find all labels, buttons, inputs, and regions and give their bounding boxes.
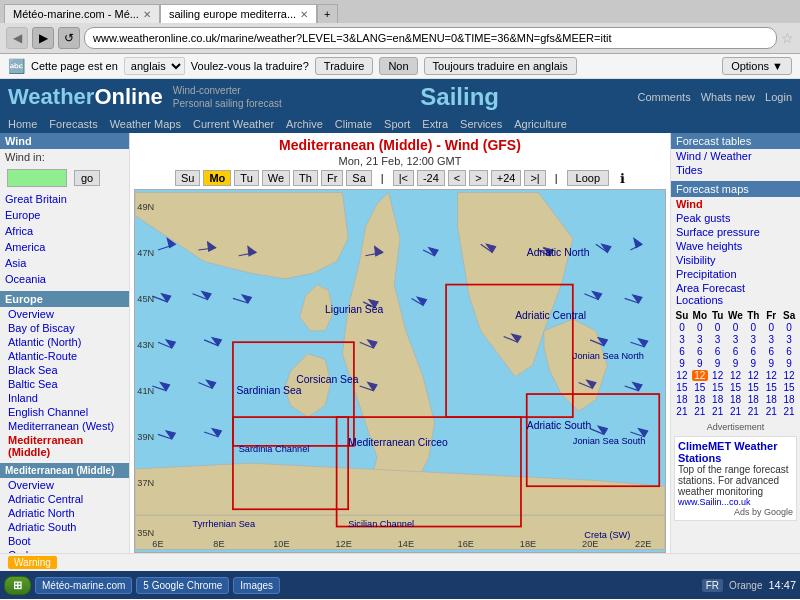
new-tab-button[interactable]: + bbox=[317, 4, 337, 23]
cal-cell[interactable]: 21 bbox=[763, 406, 779, 417]
region-great-britain[interactable]: Great Britain bbox=[0, 191, 129, 207]
cal-cell[interactable]: 18 bbox=[710, 394, 726, 405]
cal-cell[interactable]: 3 bbox=[745, 334, 761, 345]
region-america[interactable]: America bbox=[0, 239, 129, 255]
cal-cell[interactable]: 6 bbox=[692, 346, 708, 357]
adriatic-central[interactable]: Adriatic Central bbox=[0, 492, 129, 506]
area-forecast-link[interactable]: Area Forecast Locations bbox=[671, 281, 800, 307]
ad-title[interactable]: ClimeMET Weather Stations bbox=[678, 440, 793, 464]
precipitation-link[interactable]: Precipitation bbox=[671, 267, 800, 281]
nav-plus24[interactable]: +24 bbox=[491, 170, 522, 186]
cal-cell[interactable]: 6 bbox=[674, 346, 690, 357]
nav-climate[interactable]: Climate bbox=[335, 118, 372, 130]
cal-cell[interactable]: 12 bbox=[763, 370, 779, 381]
nav-home[interactable]: Home bbox=[8, 118, 37, 130]
cal-cell[interactable]: 3 bbox=[763, 334, 779, 345]
cal-cell[interactable]: 15 bbox=[674, 382, 690, 393]
cal-cell[interactable]: 12 bbox=[710, 370, 726, 381]
visibility-link[interactable]: Visibility bbox=[671, 253, 800, 267]
peak-gusts-link[interactable]: Peak gusts bbox=[671, 211, 800, 225]
med-overview[interactable]: Overview bbox=[0, 478, 129, 492]
cal-cell[interactable]: 18 bbox=[674, 394, 690, 405]
url-bar[interactable] bbox=[84, 27, 777, 49]
cal-cell[interactable]: 18 bbox=[781, 394, 797, 405]
taskbar-item-meteo[interactable]: Météo-marine.com bbox=[35, 577, 132, 594]
cal-cell[interactable]: 3 bbox=[692, 334, 708, 345]
nav-prev[interactable]: < bbox=[448, 170, 466, 186]
always-translate-button[interactable]: Toujours traduire en anglais bbox=[424, 57, 577, 75]
go-button[interactable]: go bbox=[74, 170, 100, 186]
cal-cell[interactable]: 21 bbox=[781, 406, 797, 417]
day-tu[interactable]: Tu bbox=[234, 170, 258, 186]
nav-first[interactable]: |< bbox=[393, 170, 414, 186]
cal-cell[interactable]: 12 bbox=[674, 370, 690, 381]
region-asia[interactable]: Asia bbox=[0, 255, 129, 271]
taskbar-item-chrome[interactable]: 5 Google Chrome bbox=[136, 577, 229, 594]
bookmark-star[interactable]: ☆ bbox=[781, 30, 794, 46]
bay-of-biscay[interactable]: Bay of Biscay bbox=[0, 321, 129, 335]
refresh-button[interactable]: ↺ bbox=[58, 27, 80, 49]
cal-cell[interactable]: 18 bbox=[763, 394, 779, 405]
cal-cell[interactable]: 0 bbox=[710, 322, 726, 333]
nav-archive[interactable]: Archive bbox=[286, 118, 323, 130]
cal-cell[interactable]: 0 bbox=[781, 322, 797, 333]
english-channel[interactable]: English Channel bbox=[0, 405, 129, 419]
options-button[interactable]: Options ▼ bbox=[722, 57, 792, 75]
day-mo[interactable]: Mo bbox=[203, 170, 231, 186]
cal-cell[interactable]: 18 bbox=[692, 394, 708, 405]
nav-services[interactable]: Services bbox=[460, 118, 502, 130]
nav-minus24[interactable]: -24 bbox=[417, 170, 445, 186]
boot[interactable]: Boot bbox=[0, 534, 129, 548]
tab-1[interactable]: Météo-marine.com - Mé... ✕ bbox=[4, 4, 160, 23]
translate-button[interactable]: Traduire bbox=[315, 57, 374, 75]
nav-weather-maps[interactable]: Weather Maps bbox=[110, 118, 181, 130]
europe-overview[interactable]: Overview bbox=[0, 307, 129, 321]
day-su[interactable]: Su bbox=[175, 170, 200, 186]
nav-forecasts[interactable]: Forecasts bbox=[49, 118, 97, 130]
cal-cell[interactable]: 9 bbox=[781, 358, 797, 369]
region-europe[interactable]: Europe bbox=[0, 207, 129, 223]
back-button[interactable]: ◀ bbox=[6, 27, 28, 49]
tab-2[interactable]: sailing europe mediterra... ✕ bbox=[160, 4, 317, 23]
day-th[interactable]: Th bbox=[293, 170, 318, 186]
nav-current-weather[interactable]: Current Weather bbox=[193, 118, 274, 130]
region-oceania[interactable]: Oceania bbox=[0, 271, 129, 287]
cal-cell[interactable]: 21 bbox=[710, 406, 726, 417]
cal-cell[interactable]: 0 bbox=[763, 322, 779, 333]
cal-cell[interactable]: 15 bbox=[763, 382, 779, 393]
nav-agriculture[interactable]: Agriculture bbox=[514, 118, 567, 130]
non-button[interactable]: Non bbox=[379, 57, 417, 75]
comments-link[interactable]: Comments bbox=[637, 91, 690, 103]
wind-map-link[interactable]: Wind bbox=[671, 197, 800, 211]
cal-cell[interactable]: 9 bbox=[745, 358, 761, 369]
med-middle[interactable]: Mediterranean (Middle) bbox=[0, 433, 129, 459]
wind-weather-link[interactable]: Wind / Weather bbox=[671, 149, 800, 163]
cal-cell[interactable]: 9 bbox=[728, 358, 744, 369]
adriatic-north[interactable]: Adriatic North bbox=[0, 506, 129, 520]
tab-2-close[interactable]: ✕ bbox=[300, 9, 308, 20]
loop-button[interactable]: Loop bbox=[567, 170, 609, 186]
forward-button[interactable]: ▶ bbox=[32, 27, 54, 49]
cal-cell-today[interactable]: 12 bbox=[692, 370, 708, 381]
nav-last[interactable]: >| bbox=[524, 170, 545, 186]
med-west[interactable]: Mediterranean (West) bbox=[0, 419, 129, 433]
cal-cell[interactable]: 6 bbox=[745, 346, 761, 357]
cal-cell[interactable]: 6 bbox=[728, 346, 744, 357]
cal-cell[interactable]: 6 bbox=[710, 346, 726, 357]
cal-cell[interactable]: 0 bbox=[745, 322, 761, 333]
cal-cell[interactable]: 15 bbox=[745, 382, 761, 393]
login-link[interactable]: Login bbox=[765, 91, 792, 103]
atlantic-north[interactable]: Atlantic (North) bbox=[0, 335, 129, 349]
cal-cell[interactable]: 6 bbox=[763, 346, 779, 357]
surface-pressure-link[interactable]: Surface pressure bbox=[671, 225, 800, 239]
cal-cell[interactable]: 0 bbox=[674, 322, 690, 333]
cal-cell[interactable]: 6 bbox=[781, 346, 797, 357]
cal-cell[interactable]: 15 bbox=[781, 382, 797, 393]
whatsnew-link[interactable]: Whats new bbox=[701, 91, 755, 103]
baltic-sea[interactable]: Baltic Sea bbox=[0, 377, 129, 391]
cal-cell[interactable]: 0 bbox=[728, 322, 744, 333]
cal-cell[interactable]: 9 bbox=[692, 358, 708, 369]
cal-cell[interactable]: 21 bbox=[674, 406, 690, 417]
map-info-icon[interactable]: ℹ bbox=[620, 171, 625, 186]
language-select[interactable]: anglais bbox=[124, 57, 185, 75]
